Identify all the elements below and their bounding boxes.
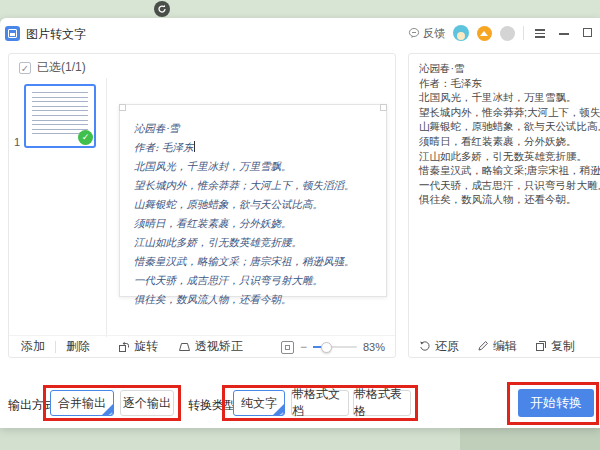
add-button[interactable]: 添加	[21, 338, 45, 355]
perspective-icon	[178, 341, 191, 353]
ocr-line: 山舞银蛇，原驰蜡象，欲与天公试比高。	[419, 119, 600, 134]
poem-line: 沁园春·雪	[134, 119, 378, 138]
left-panel-toolbar: 添加 删除 旋转 透视矫正 −	[9, 335, 395, 357]
poem-line: 作者: 毛泽东	[134, 138, 378, 157]
poem-line: 望长城内外，惟余莽莽；大河上下，顿失滔滔。	[134, 176, 378, 195]
ocr-line: 北国风光，千里冰封，万里雪飘。	[419, 90, 600, 105]
fit-to-window-icon[interactable]	[281, 341, 294, 354]
image-thumbnail[interactable]: ✓	[24, 84, 96, 148]
zoom-percent-label: 83%	[363, 341, 385, 353]
titlebar: 图片转文字 反馈	[0, 18, 600, 48]
ocr-toolbar: 还原 编辑 复制	[409, 335, 600, 357]
ocr-line: 沁园春·雪	[419, 61, 600, 76]
desktop-dark-patch	[460, 428, 600, 450]
edit-pencil-icon	[477, 340, 489, 352]
poem-line: 俱往矣，数风流人物，还看今朝。	[134, 290, 378, 309]
zoom-slider[interactable]	[313, 346, 357, 348]
annotation-box-convert-type	[222, 385, 418, 421]
ocr-line: 一代天骄，成吉思汗，只识弯弓射大雕。	[419, 178, 600, 193]
titlebar-divider	[523, 26, 524, 40]
text-cursor	[194, 141, 195, 152]
select-all-checkbox[interactable]: ✓	[19, 62, 31, 74]
window-title: 图片转文字	[26, 26, 86, 43]
image-list-and-preview-panel: ✓ 已选(1/1) 1 ✓ 沁园春·雪 作者: 毛泽东 北国风光，千里冰封，	[8, 53, 396, 358]
desktop-background: 图片转文字 反馈 ✓ 已选(1/1)	[0, 0, 600, 450]
rotate-icon	[118, 341, 130, 353]
thumbnail-index: 1	[14, 136, 20, 148]
minimize-button[interactable]	[556, 25, 572, 41]
annotation-box-start-button	[507, 382, 599, 425]
ocr-line: 江山如此多娇，引无数英雄竞折腰。	[419, 149, 600, 164]
page-handle-top-left	[119, 104, 126, 111]
refresh-float-icon[interactable]	[154, 1, 170, 17]
menu-icon[interactable]	[532, 25, 548, 41]
restore-icon	[419, 340, 431, 352]
user-avatar[interactable]	[453, 25, 469, 41]
maximize-button[interactable]	[580, 25, 596, 41]
copy-icon	[535, 340, 547, 352]
desktop-top-strip	[0, 0, 600, 18]
edit-button[interactable]: 编辑	[477, 338, 517, 355]
ocr-text: 沁园春·雪 作者：毛泽东 北国风光，千里冰封，万里雪飘。 望长城内外，惟余莽莽;…	[419, 61, 600, 207]
perspective-correction-button[interactable]: 透视矫正	[178, 338, 243, 355]
poem-line: 北国风光，千里冰封，万里雪飘。	[134, 157, 378, 176]
ocr-line: 须晴日，看红装素裹，分外妖娆。	[419, 134, 600, 149]
ocr-line: 惜秦皇汉武，略输文采;唐宗宋祖，稍逊风骚。	[419, 163, 600, 178]
rotate-button[interactable]: 旋转	[118, 338, 158, 355]
poem-line: 山舞银蛇，原驰蜡象，欲与天公试比高。	[134, 195, 378, 214]
annotation-box-output-mode	[43, 385, 181, 421]
zoom-slider-knob[interactable]	[321, 342, 332, 353]
poem-text: 沁园春·雪 作者: 毛泽东 北国风光，千里冰封，万里雪飘。 望长城内外，惟余莽莽…	[134, 119, 378, 309]
poem-line: 一代天骄，成吉思汗，只识弯弓射大雕。	[134, 271, 378, 290]
app-logo-icon	[5, 26, 20, 41]
copy-button[interactable]: 复制	[535, 338, 575, 355]
ocr-result-panel: 沁园春·雪 作者：毛泽东 北国风光，千里冰封，万里雪飘。 望长城内外，惟余莽莽;…	[408, 53, 600, 358]
feedback-label: 反馈	[423, 26, 445, 41]
vip-crown-icon[interactable]	[477, 26, 492, 41]
preview-canvas: 沁园春·雪 作者: 毛泽东 北国风光，千里冰封，万里雪飘。 望长城内外，惟余莽莽…	[108, 54, 395, 335]
preview-page[interactable]: 沁园春·雪 作者: 毛泽东 北国风光，千里冰封，万里雪飘。 望长城内外，惟余莽莽…	[119, 104, 387, 297]
poem-line: 惜秦皇汉武，略输文采；唐宗宋祖，稍逊风骚。	[134, 252, 378, 271]
zoom-out-control[interactable]: −	[300, 340, 307, 354]
ocr-line: 望长城内外，惟余莽莽;大河上下，顿失滔滔。	[419, 105, 600, 120]
toolbar-divider	[55, 341, 56, 353]
ocr-line: 作者：毛泽东	[419, 76, 600, 91]
thumbnail-selected-check-icon: ✓	[78, 130, 93, 145]
app-window: 图片转文字 反馈 ✓ 已选(1/1)	[0, 18, 600, 428]
restore-button[interactable]: 还原	[419, 338, 459, 355]
thumbnail-list: 1 ✓	[9, 78, 107, 337]
poem-line: 江山如此多娇，引无数英雄竞折腰。	[134, 233, 378, 252]
account-gray-icon[interactable]	[500, 26, 515, 41]
bottom-bar: 输出方式: 合并输出✓ 逐个输出 转换类型: 纯文字✓ 带格式文档 带格式表格 …	[0, 358, 600, 428]
selected-count-label: 已选(1/1)	[37, 59, 86, 76]
ocr-line: 俱往矣，数风流人物，还看今朝。	[419, 192, 600, 207]
page-handle-top-right	[380, 104, 387, 111]
delete-button[interactable]: 删除	[66, 338, 90, 355]
feedback-button[interactable]: 反馈	[408, 26, 445, 41]
poem-line: 须晴日，看红装素裹，分外妖娆。	[134, 214, 378, 233]
feedback-bubble-icon	[408, 27, 420, 39]
